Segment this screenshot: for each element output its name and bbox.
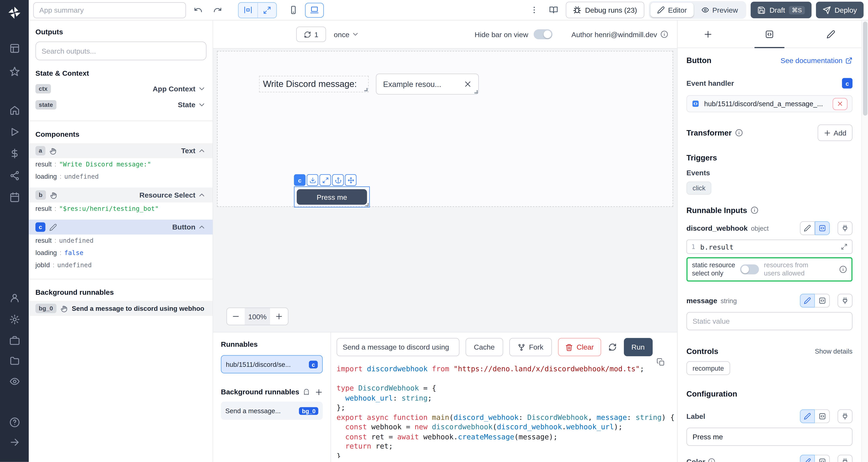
run-button[interactable]: Run (624, 338, 652, 356)
favorites-icon[interactable] (4, 63, 24, 80)
connect-mode-icon[interactable] (815, 221, 830, 235)
hide-bar-toggle[interactable] (534, 29, 553, 39)
app-canvas[interactable]: Write Discord message: Example resou... … (213, 48, 677, 332)
fullscreen-icon[interactable] (257, 2, 276, 17)
runs-icon[interactable] (4, 123, 24, 140)
hand-pointer-icon[interactable] (50, 147, 57, 155)
pencil-icon[interactable] (50, 223, 57, 231)
folders-icon[interactable] (4, 352, 24, 368)
runnable-name-input[interactable] (337, 338, 460, 356)
tab-component-settings[interactable] (739, 21, 800, 47)
component-c-header[interactable]: c Button (29, 220, 213, 234)
resize-handle[interactable] (364, 88, 368, 91)
tab-editor[interactable]: Editor (650, 3, 693, 17)
refresh-count-box[interactable]: 1 (296, 27, 326, 42)
cache-button[interactable]: Cache (466, 338, 503, 356)
add-bg-runnable-icon[interactable] (315, 388, 323, 396)
static-mode-icon[interactable] (800, 221, 815, 235)
docs-book-icon[interactable] (546, 2, 561, 17)
info-icon[interactable] (839, 265, 847, 273)
move-icon[interactable] (345, 174, 356, 186)
windmill-logo[interactable] (4, 4, 24, 21)
chevron-down-icon[interactable] (198, 101, 206, 109)
home-icon[interactable] (4, 102, 24, 119)
zoom-out-button[interactable] (227, 308, 245, 325)
variables-icon[interactable] (4, 145, 24, 162)
button-component-selected[interactable]: c Press me (294, 186, 370, 207)
clear-button[interactable]: Clear (558, 338, 601, 356)
add-transformer-button[interactable]: Add (817, 125, 852, 141)
debug-runs-button[interactable]: Debug runs (23) (566, 2, 644, 18)
undo-button[interactable] (190, 2, 205, 17)
chevron-up-icon[interactable] (198, 191, 206, 199)
background-runnable-row[interactable]: bg_0 Send a message to discord using web… (29, 301, 213, 316)
info-icon[interactable] (708, 458, 715, 462)
plug-icon[interactable] (837, 409, 852, 423)
message-static-input[interactable] (686, 312, 852, 330)
connection-expression[interactable]: 1 b.result (686, 239, 852, 254)
redo-button[interactable] (210, 2, 225, 17)
audit-logs-icon[interactable] (4, 373, 24, 390)
tab-preview[interactable]: Preview (694, 3, 745, 17)
plug-icon[interactable] (837, 455, 852, 462)
zoom-in-button[interactable] (270, 308, 288, 325)
scrollbar[interactable] (861, 21, 868, 462)
state-row[interactable]: state State (29, 97, 213, 113)
plug-icon[interactable] (837, 221, 852, 235)
text-component[interactable]: Write Discord message: (259, 76, 369, 92)
see-documentation-link[interactable]: See documentation (781, 56, 852, 64)
draft-button[interactable]: Draft ⌘S (751, 2, 811, 18)
resources-icon[interactable] (4, 167, 24, 184)
fork-button[interactable]: Fork (509, 338, 552, 356)
hand-pointer-icon[interactable] (50, 191, 58, 199)
static-mode-icon[interactable] (800, 409, 815, 423)
more-menu-icon[interactable] (527, 2, 542, 17)
workers-icon[interactable] (4, 332, 24, 349)
tab-insert[interactable] (678, 21, 739, 47)
app-summary-input[interactable] (33, 2, 186, 18)
connect-mode-icon[interactable] (815, 294, 830, 307)
recompute-chip[interactable]: recompute (686, 361, 730, 375)
canvas-grid[interactable]: Write Discord message: Example resou... … (217, 51, 673, 207)
expand-sidebar-icon[interactable] (4, 434, 24, 450)
anchor-icon[interactable] (332, 174, 344, 186)
bg-runnable-item[interactable]: Send a message... bg_0 (221, 402, 323, 420)
fit-width-icon[interactable] (239, 2, 257, 17)
copy-icon[interactable] (657, 358, 665, 366)
runnable-item-selected[interactable]: hub/1511/discord/se... c (221, 355, 323, 373)
help-icon[interactable] (4, 414, 24, 430)
static-mode-icon[interactable] (800, 294, 815, 307)
schedules-icon[interactable] (4, 189, 24, 205)
info-icon[interactable] (735, 129, 743, 137)
deploy-button[interactable]: Deploy (816, 2, 864, 18)
canvas-button[interactable]: Press me (297, 189, 367, 205)
expand-icon[interactable] (319, 174, 331, 186)
chevron-up-icon[interactable] (198, 223, 206, 231)
desktop-view-icon[interactable] (305, 2, 324, 17)
expand-icon[interactable] (841, 243, 847, 250)
users-icon[interactable] (4, 289, 24, 306)
reload-icon[interactable] (608, 343, 616, 351)
resource-select-component[interactable]: Example resou... (376, 73, 479, 95)
component-a-header[interactable]: a Text (29, 143, 213, 158)
label-input[interactable] (686, 428, 852, 446)
detach-runnable-button[interactable] (833, 98, 847, 110)
chevron-up-icon[interactable] (198, 146, 206, 155)
search-outputs-input[interactable] (35, 41, 206, 60)
apps-icon[interactable] (4, 40, 24, 57)
show-details-link[interactable]: Show details (815, 348, 852, 355)
download-icon[interactable] (307, 174, 318, 186)
connect-mode-icon[interactable] (815, 409, 830, 423)
static-mode-icon[interactable] (800, 455, 815, 462)
component-b-header[interactable]: b Resource Select (29, 188, 213, 202)
attached-runnable-row[interactable]: hub/1511/discord/send_a_message_... (686, 95, 852, 112)
resize-handle[interactable] (474, 90, 478, 94)
tab-styling[interactable] (800, 21, 861, 47)
settings-icon[interactable] (4, 311, 24, 328)
scrollbar-thumb[interactable] (863, 22, 867, 116)
schedule-dropdown[interactable]: once (334, 30, 359, 38)
clear-selection-icon[interactable] (464, 80, 472, 88)
info-icon[interactable] (750, 206, 758, 214)
plug-icon[interactable] (837, 294, 852, 307)
hand-pointer-icon[interactable] (60, 305, 68, 312)
